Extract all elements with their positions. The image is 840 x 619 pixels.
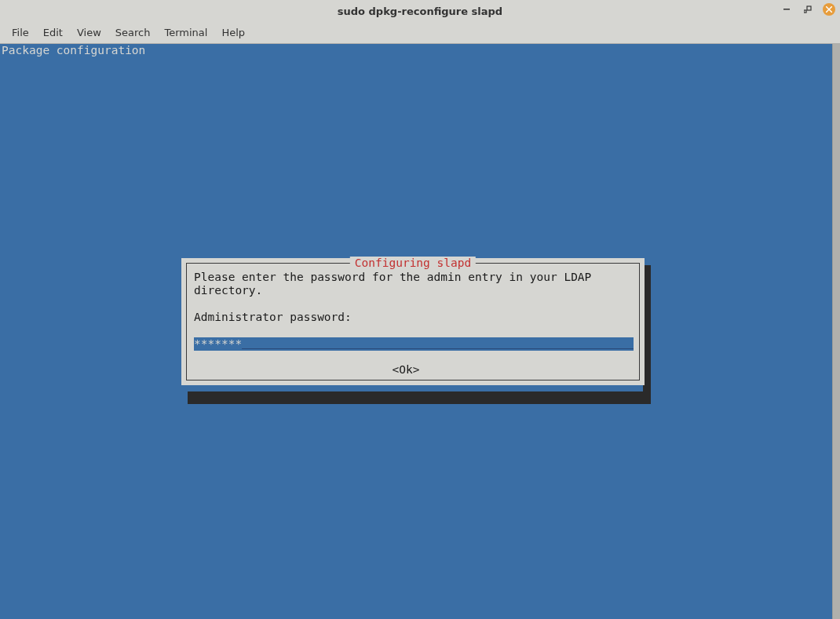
minimize-icon[interactable] bbox=[782, 4, 793, 15]
password-cursor-line bbox=[242, 340, 634, 349]
ok-button[interactable]: <Ok> bbox=[194, 363, 632, 377]
menu-terminal[interactable]: Terminal bbox=[157, 24, 214, 42]
menu-view[interactable]: View bbox=[70, 24, 108, 42]
menu-search[interactable]: Search bbox=[108, 24, 158, 42]
menu-file[interactable]: File bbox=[5, 24, 36, 42]
maximize-icon[interactable] bbox=[802, 4, 813, 15]
dialog-shadow bbox=[188, 391, 651, 404]
config-dialog: Configuring slapd Please enter the passw… bbox=[181, 258, 645, 385]
close-icon[interactable] bbox=[823, 3, 835, 16]
svg-rect-1 bbox=[804, 10, 806, 13]
window-titlebar: sudo dpkg-reconfigure slapd bbox=[0, 0, 840, 22]
menu-edit[interactable]: Edit bbox=[36, 24, 70, 42]
dialog-content: Please enter the password for the admin … bbox=[194, 271, 632, 377]
terminal-header-text: Package configuration bbox=[2, 44, 145, 57]
password-input[interactable]: ******* bbox=[194, 337, 634, 351]
svg-rect-2 bbox=[807, 6, 811, 10]
password-value: ******* bbox=[194, 337, 242, 351]
window-title: sudo dpkg-reconfigure slapd bbox=[338, 5, 502, 17]
password-label: Administrator password: bbox=[194, 311, 632, 324]
terminal-scrollbar[interactable] bbox=[832, 44, 840, 619]
terminal-area[interactable]: Package configuration Configuring slapd … bbox=[0, 44, 840, 619]
window-controls bbox=[782, 3, 835, 16]
dialog-title: Configuring slapd bbox=[350, 257, 476, 270]
menu-help[interactable]: Help bbox=[214, 24, 252, 42]
svg-rect-0 bbox=[783, 9, 790, 10]
dialog-container: Configuring slapd Please enter the passw… bbox=[181, 258, 645, 385]
dialog-prompt: Please enter the password for the admin … bbox=[194, 271, 632, 297]
menubar: File Edit View Search Terminal Help bbox=[0, 22, 840, 44]
